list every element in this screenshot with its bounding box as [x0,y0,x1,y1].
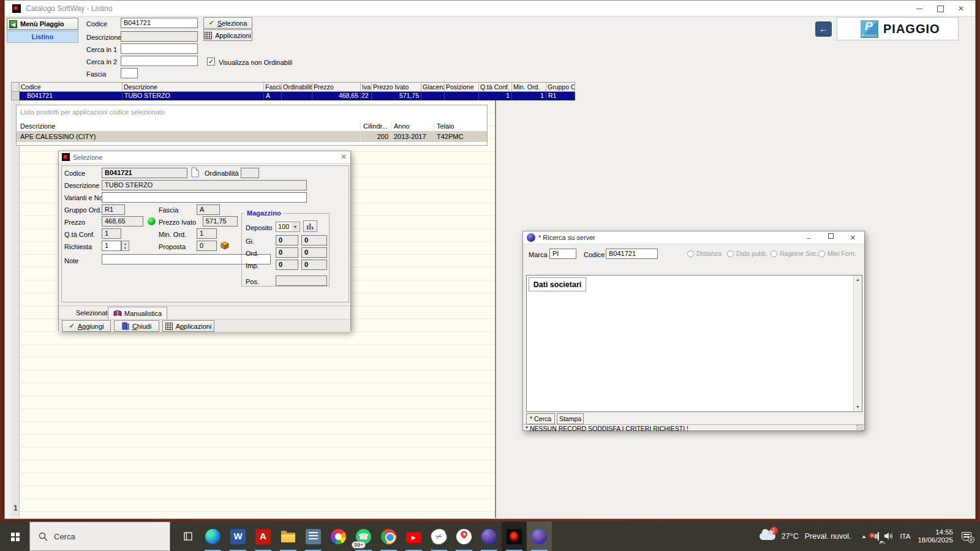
richiesta-spinner[interactable]: ▲▼ [121,241,129,251]
taskbar-app-chrome[interactable] [376,522,401,551]
row-cell-min-ord[interactable]: 1 [512,92,546,100]
dati-societari-button[interactable]: Dati societari [529,277,586,291]
col-header[interactable]: Min. Ord. [512,82,546,92]
stampa-button[interactable]: Stampa [557,413,584,424]
row-cell-giacenza[interactable] [421,92,445,100]
stock-chart-button[interactable] [303,220,317,232]
col-header[interactable]: Fascia [264,82,282,92]
row-cell-codice[interactable]: B041721 [20,92,123,100]
cerca2-input[interactable] [121,56,198,66]
row-cell-iva[interactable]: 22 [361,92,372,100]
volume-icon[interactable] [884,532,894,541]
apps-col-cilindrata[interactable]: Cilindr... [361,121,391,132]
scrollbar[interactable]: ▲ ▼ [853,276,862,411]
package-icon[interactable] [220,241,230,250]
row-cell-prezzo-ivato[interactable]: 571,75 [372,92,421,100]
row-cell-prezzo[interactable]: 468,65 [312,92,361,100]
col-header[interactable]: Gruppo Ord. [546,82,575,92]
marca-input[interactable]: PI [549,249,576,259]
apps-col-anno[interactable]: Anno [391,121,434,132]
chevron-down-icon[interactable]: ▼ [292,223,299,231]
language-indicator[interactable]: ITA [900,533,910,540]
row-cell-qta-conf[interactable]: 1 [479,92,512,100]
clock[interactable]: 14:55 18/06/2025 [918,528,953,544]
tab-manualistica[interactable]: Manualistica [108,307,167,319]
minimize-button[interactable] [909,1,930,17]
taskbar-app-paint[interactable] [326,522,351,551]
document-icon[interactable] [191,167,199,178]
col-header[interactable]: Q.tà Conf. [479,82,512,92]
applications-row[interactable]: APE CALESSINO (CITY) 200 2013-2017 T42PM… [17,132,487,142]
radio-distanza[interactable]: Distanza [687,250,722,257]
sel-richiesta-field[interactable]: 1 [102,241,121,251]
menu-piaggio-button[interactable]: ◀ Menù Piaggio [7,18,78,30]
cerca-button[interactable]: * Cerca [526,413,555,424]
resize-grip[interactable] [856,424,864,432]
weather-desc[interactable]: Preval. nuvol. [805,532,851,541]
col-header[interactable]: Descrizione [123,82,264,92]
taskbar-app-catalogo-softway[interactable] [502,522,527,551]
close-icon[interactable]: ✕ [341,152,347,161]
radio-data-pubb[interactable]: Data pubb. [727,250,767,257]
col-header[interactable]: Ordinabilità [282,82,312,92]
weather-temp[interactable]: 27°C [782,532,799,541]
scroll-up-icon[interactable]: ▲ [854,276,862,284]
weather-cloud-icon[interactable]: 1 [760,533,775,540]
codice-input[interactable]: B041721 [121,18,198,28]
close-icon[interactable]: ✕ [850,234,856,242]
task-view-button[interactable] [175,522,200,551]
taskbar-app-maps[interactable] [451,522,477,551]
spinner-up-icon[interactable]: ▲ [124,242,127,246]
close-button[interactable] [951,1,971,17]
maximize-button[interactable] [930,1,951,17]
col-header[interactable]: Prezzo [312,82,361,92]
maximize-icon[interactable] [828,233,834,239]
tray-chevron-icon[interactable]: ▲ [861,534,867,539]
aggiungi-button[interactable]: ✔ Aggiungi [62,320,111,332]
row-cell-descrizione[interactable]: TUBO STERZO [123,92,264,100]
taskbar-app-acrobat[interactable] [251,522,276,551]
radio-miei-forn[interactable]: Miei Forn. [818,250,856,257]
visualizza-checkbox[interactable]: ✓ [207,58,215,66]
taskbar-app-softway-globe[interactable] [477,522,502,551]
taskbar-app-whatsapp[interactable]: 99+ [351,522,376,551]
back-button[interactable]: ← [815,21,832,37]
taskbar-app-snipping[interactable] [426,522,451,551]
src-codice-input[interactable]: B041721 [606,249,658,259]
sidebar-item-listino[interactable]: Listino [7,31,78,43]
taskbar-app-catalog[interactable] [301,522,326,551]
radio-ragione-soc[interactable]: Ragione Soc. [771,250,818,257]
applicazioni-button[interactable]: Applicazioni [203,29,252,41]
start-button[interactable] [0,522,29,551]
col-header[interactable]: Codice [20,82,123,92]
taskbar-search[interactable]: Cerca [29,522,170,551]
col-header[interactable]: Posizione [445,82,479,92]
col-header[interactable]: Iva [361,82,372,92]
scroll-down-icon[interactable]: ▼ [854,403,862,411]
row-cell-posizione[interactable] [445,92,479,100]
taskbar-app-youtube[interactable] [401,522,426,551]
row-cell-gruppo-ord[interactable]: R1 [546,92,575,100]
minimize-icon[interactable]: – [807,234,810,241]
spinner-down-icon[interactable]: ▼ [124,246,127,250]
row-cell-fascia[interactable]: A [264,92,282,100]
col-header[interactable]: Giacenza [421,82,445,92]
apps-col-descrizione[interactable]: Descrizione [17,121,361,132]
seleziona-button[interactable]: ✔ Seleziona [203,17,252,29]
deposito-select[interactable]: 100 ▼ [276,222,300,232]
chiudi-button[interactable]: Chiudi [114,320,159,332]
fascia-input[interactable] [121,68,138,78]
taskbar-app-word[interactable] [225,522,251,551]
network-icon[interactable] [878,533,879,540]
sel-varianti-field[interactable] [102,192,307,203]
notification-center-icon[interactable]: 8 [962,532,971,541]
taskbar-app-explorer[interactable] [276,522,301,551]
cerca1-input[interactable] [121,43,198,54]
sel-applicazioni-button[interactable]: Applicazioni [162,320,214,332]
taskbar-app-ricerca-active[interactable] [527,522,552,551]
col-header[interactable]: Prezzo Ivato [372,82,421,92]
apps-col-telaio[interactable]: Telaio [434,121,488,132]
sel-codice-field[interactable]: B041721 [102,168,187,178]
row-cell-ordinabilita[interactable] [282,92,312,100]
taskbar-app-edge[interactable] [200,522,225,551]
